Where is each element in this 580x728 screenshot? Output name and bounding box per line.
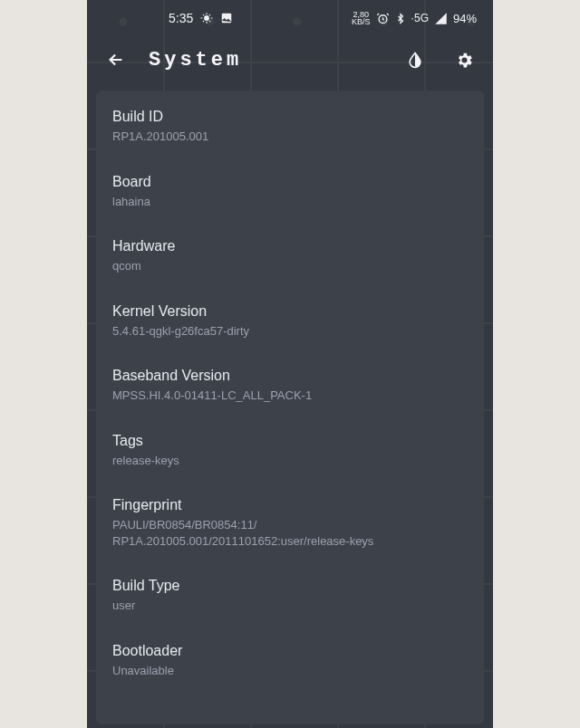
image-icon — [220, 12, 233, 24]
item-label: Baseband Version — [112, 368, 468, 384]
status-time: 5:35 — [169, 11, 193, 25]
screen: 5:35 2,80 KB/S ·5G 94% — [87, 0, 493, 728]
svg-point-0 — [204, 15, 209, 21]
back-button[interactable] — [100, 43, 132, 76]
item-label: Bootloader — [112, 643, 468, 659]
network-speed: 2,80 KB/S — [352, 11, 371, 25]
list-item[interactable]: Build Type user — [112, 578, 468, 614]
status-right: 2,80 KB/S ·5G 94% — [352, 11, 477, 25]
item-value: user — [112, 598, 468, 614]
item-label: Fingerprint — [112, 497, 468, 513]
item-label: Hardware — [112, 238, 468, 254]
list-item[interactable]: Baseband Version MPSS.HI.4.0-01411-LC_AL… — [112, 368, 468, 404]
network-type: 5G — [414, 12, 429, 24]
item-value: 5.4.61-qgkl-g26fca57-dirty — [112, 323, 468, 340]
list-item[interactable]: Tags release-keys — [112, 433, 468, 469]
list-item[interactable]: Fingerprint PAULI/BR0854/BR0854:11/ RP1A… — [112, 497, 468, 549]
page-title: System — [149, 49, 242, 72]
list-item[interactable]: Build ID RP1A.201005.001 — [112, 109, 468, 145]
network-label: ·5G — [411, 12, 429, 24]
bluetooth-icon — [395, 12, 406, 25]
item-label: Kernel Version — [112, 303, 468, 320]
status-bar: 5:35 2,80 KB/S ·5G 94% — [87, 0, 493, 36]
signal-icon — [434, 12, 448, 25]
list-item[interactable]: Board lahaina — [112, 174, 468, 210]
item-label: Board — [112, 174, 468, 190]
status-left: 5:35 — [169, 11, 233, 25]
item-value: MPSS.HI.4.0-01411-LC_ALL_PACK-1 — [112, 388, 468, 404]
item-value: release-keys — [112, 453, 468, 469]
list-item[interactable]: Hardware qcom — [112, 238, 468, 274]
invert-colors-button[interactable] — [399, 43, 431, 76]
appbar: System — [87, 36, 493, 83]
item-value: qcom — [112, 258, 468, 274]
list-item[interactable]: Kernel Version 5.4.61-qgkl-g26fca57-dirt… — [112, 303, 468, 340]
system-info-card: Build ID RP1A.201005.001 Board lahaina H… — [96, 91, 484, 724]
alarm-icon — [376, 12, 390, 25]
settings-button[interactable] — [448, 43, 480, 76]
item-value: RP1A.201005.001 — [112, 129, 468, 145]
kbs-unit: KB/S — [352, 18, 371, 25]
battery-text: 94% — [453, 12, 477, 25]
bug-icon — [200, 12, 213, 24]
item-label: Build ID — [112, 109, 468, 125]
item-value: PAULI/BR0854/BR0854:11/ RP1A.201005.001/… — [112, 517, 468, 549]
item-label: Tags — [112, 433, 468, 449]
item-value: Unavailable — [112, 663, 468, 679]
item-label: Build Type — [112, 578, 468, 594]
item-value: lahaina — [112, 194, 468, 210]
list-item[interactable]: Bootloader Unavailable — [112, 643, 468, 679]
